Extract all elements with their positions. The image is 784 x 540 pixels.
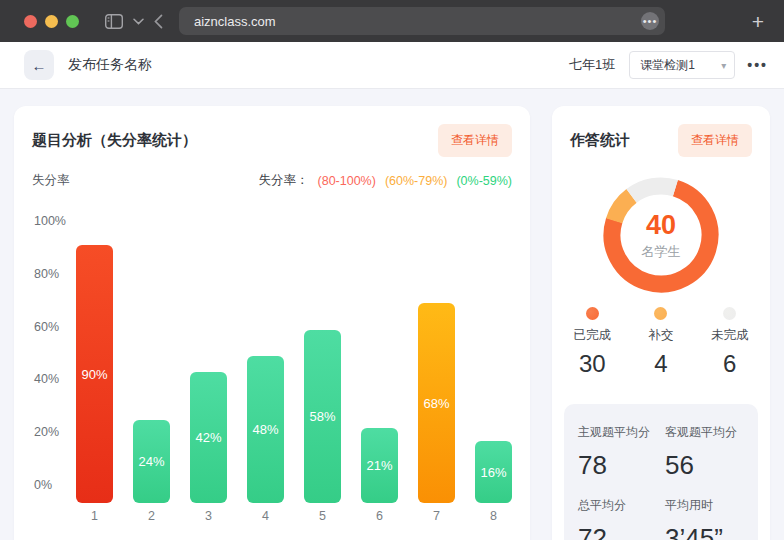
page-options-ellipsis-icon[interactable]: ••• (641, 12, 659, 30)
y-axis-tick: 40% (34, 372, 59, 386)
bar-value-label: 68% (423, 396, 449, 411)
sidebar-toggle-icon[interactable] (105, 14, 123, 29)
legend-value: 6 (723, 350, 736, 378)
stat-label: 总平均分 (578, 497, 657, 514)
loss-rate-bar-chart: 90%24%42%48%58%21%68%16% 12345678 0%20%4… (14, 197, 530, 532)
minimize-window-button[interactable] (45, 15, 58, 28)
close-window-button[interactable] (24, 15, 37, 28)
bar-value-label: 58% (309, 409, 335, 424)
x-axis-tick: 3 (190, 509, 227, 523)
answer-detail-button[interactable]: 查看详情 (678, 124, 752, 157)
question-analysis-title: 题目分析（失分率统计） (32, 131, 197, 150)
completion-legend: 已完成30补交4未完成6 (552, 307, 770, 378)
back-chevron-icon[interactable] (154, 14, 163, 29)
task-select-dropdown[interactable]: 课堂检测1 ▾ (629, 51, 735, 79)
bar-question-4[interactable]: 48% (247, 356, 284, 503)
completion-legend-item-0: 已完成30 (558, 307, 627, 378)
legend-value: 30 (579, 350, 606, 378)
x-axis-tick: 6 (361, 509, 398, 523)
task-select-value: 课堂检测1 (640, 57, 721, 74)
browser-toolbar: aiznclass.com ••• + (0, 0, 784, 42)
chevron-down-icon: ▾ (721, 60, 726, 71)
completion-legend-item-2: 未完成6 (695, 307, 764, 378)
y-axis-tick: 80% (34, 267, 59, 281)
bar-value-label: 24% (138, 454, 164, 469)
legend-dot-icon (586, 307, 599, 320)
legend-dot-icon (654, 307, 667, 320)
y-axis-tick: 20% (34, 425, 59, 439)
new-tab-plus-icon[interactable]: + (752, 11, 764, 32)
legend-label: 未完成 (711, 327, 749, 344)
y-axis-tick: 100% (34, 214, 66, 228)
loss-rate-legend: 失分率： (80-100%)(60%-79%)(0%-59%) (259, 172, 512, 189)
window-controls (24, 15, 79, 28)
bar-chart-bars: 90%24%42%48%58%21%68%16% (76, 197, 512, 503)
address-bar[interactable]: aiznclass.com ••• (179, 7, 665, 35)
url-text: aiznclass.com (194, 14, 641, 29)
bar-value-label: 16% (480, 465, 506, 480)
bar-question-8[interactable]: 16% (475, 441, 512, 503)
question-detail-button[interactable]: 查看详情 (438, 124, 512, 157)
loss-rate-bin-2: (0%-59%) (456, 174, 512, 188)
stat-label: 主观题平均分 (578, 424, 657, 441)
x-axis-tick: 2 (133, 509, 170, 523)
more-actions-button[interactable]: ••• (747, 57, 768, 73)
x-axis-tick: 5 (304, 509, 341, 523)
bar-question-3[interactable]: 42% (190, 372, 227, 503)
x-axis-tick: 4 (247, 509, 284, 523)
bar-question-6[interactable]: 21% (361, 428, 398, 503)
y-axis-title: 失分率 (32, 172, 70, 189)
x-axis-tick: 8 (475, 509, 512, 523)
bar-question-7[interactable]: 68% (418, 303, 455, 503)
x-axis-tick: 1 (76, 509, 113, 523)
bar-value-label: 48% (252, 422, 278, 437)
stat-value: 72 (578, 523, 657, 540)
loss-rate-bin-0: (80-100%) (318, 174, 376, 188)
stat-item-3: 平均用时3’45” (665, 497, 744, 540)
sidebar-chevron-down-icon[interactable] (133, 18, 144, 25)
answer-statistics-title: 作答统计 (570, 131, 630, 150)
stat-item-0: 主观题平均分78 (578, 424, 657, 481)
class-name-label: 七年1班 (569, 56, 615, 74)
legend-dot-icon (723, 307, 736, 320)
bar-value-label: 90% (81, 367, 107, 382)
stat-item-2: 总平均分72 (578, 497, 657, 540)
page-title: 发布任务名称 (68, 56, 152, 74)
bar-question-2[interactable]: 24% (133, 420, 170, 503)
loss-rate-bin-1: (60%-79%) (385, 174, 448, 188)
stat-value: 78 (578, 450, 657, 481)
stat-value: 3’45” (665, 523, 744, 540)
completion-legend-item-1: 补交4 (627, 307, 696, 378)
bar-question-1[interactable]: 90% (76, 245, 113, 503)
loss-rate-legend-label: 失分率： (259, 172, 309, 189)
legend-value: 4 (654, 350, 667, 378)
completion-donut-chart: 40 名学生 (552, 177, 770, 293)
x-axis-tick: 7 (418, 509, 455, 523)
dashboard-content: 题目分析（失分率统计） 查看详情 失分率 失分率： (80-100%)(60%-… (0, 89, 784, 540)
stat-item-1: 客观题平均分56 (665, 424, 744, 481)
legend-label: 已完成 (574, 327, 612, 344)
bar-value-label: 21% (366, 458, 392, 473)
bar-question-5[interactable]: 58% (304, 330, 341, 503)
y-axis-tick: 60% (34, 320, 59, 334)
legend-label: 补交 (648, 327, 673, 344)
zoom-window-button[interactable] (66, 15, 79, 28)
stat-value: 56 (665, 450, 744, 481)
app-header: ← 发布任务名称 七年1班 课堂检测1 ▾ ••• (0, 42, 784, 89)
bar-chart-x-axis: 12345678 (76, 509, 512, 523)
y-axis-tick: 0% (34, 478, 52, 492)
bar-value-label: 42% (195, 430, 221, 445)
back-button[interactable]: ← (24, 50, 54, 80)
stat-label: 平均用时 (665, 497, 744, 514)
answer-statistics-card: 作答统计 查看详情 40 名学生 已完成30补交4未完成6 主观题平均分78客观… (552, 106, 770, 540)
stat-label: 客观题平均分 (665, 424, 744, 441)
question-analysis-card: 题目分析（失分率统计） 查看详情 失分率 失分率： (80-100%)(60%-… (14, 106, 530, 540)
score-stats-panel: 主观题平均分78客观题平均分56总平均分72平均用时3’45” (564, 404, 758, 540)
